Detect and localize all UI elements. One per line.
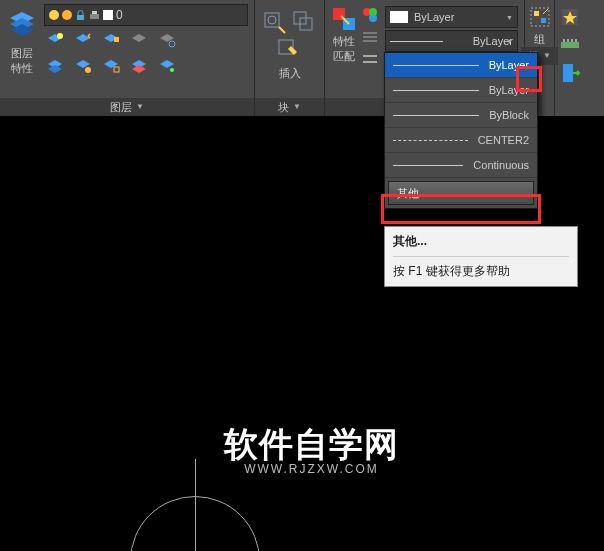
annotation-red-box-arrow: [516, 66, 542, 92]
print-icon: [89, 10, 100, 21]
panel-layer: 图层 特性 0: [0, 0, 255, 116]
combo-icon-1[interactable]: [361, 6, 381, 26]
insert-label: 插入: [279, 66, 301, 81]
layer-iso-button[interactable]: [44, 56, 66, 78]
dropdown-item-center2[interactable]: CENTER2: [385, 128, 537, 153]
svg-rect-19: [114, 67, 119, 72]
layer-more1-button[interactable]: [128, 30, 150, 52]
match-properties-label: 特性 匹配: [333, 34, 355, 64]
insert-block-button[interactable]: [262, 10, 288, 36]
color-swatch-icon: [103, 10, 113, 20]
dropdown-item-continuous[interactable]: Continuous: [385, 153, 537, 178]
tooltip-help: 按 F1 键获得更多帮助: [393, 263, 569, 280]
linetype-preview-icon: [393, 115, 479, 116]
svg-point-13: [169, 41, 175, 47]
watermark: 软件自学网 WWW.RJZXW.COM: [224, 422, 399, 476]
svg-rect-3: [77, 15, 84, 20]
svg-rect-4: [90, 14, 99, 19]
edit-block-button[interactable]: [277, 38, 303, 64]
white-swatch-icon: [390, 11, 408, 23]
watermark-en: WWW.RJZXW.COM: [224, 462, 399, 476]
svg-marker-11: [132, 34, 146, 42]
star-icon-button[interactable]: [559, 6, 583, 30]
combo-icon-2[interactable]: [361, 28, 381, 48]
layer-properties-label: 图层 特性: [6, 46, 38, 76]
color-combo[interactable]: ByLayer: [385, 6, 518, 28]
panel-block-title[interactable]: 块▼: [255, 98, 324, 116]
current-layer-name: 0: [116, 8, 123, 22]
circle-entity: [130, 496, 260, 551]
create-block-button[interactable]: [292, 10, 318, 36]
svg-rect-40: [563, 64, 573, 82]
layer-match-button[interactable]: [128, 56, 150, 78]
panel-block: 插入 块▼: [255, 0, 325, 116]
lock-icon: [75, 10, 86, 21]
svg-point-17: [85, 67, 91, 73]
svg-point-7: [57, 33, 63, 39]
svg-rect-24: [265, 13, 279, 27]
tooltip-title: 其他...: [393, 233, 569, 250]
svg-rect-35: [534, 11, 539, 16]
svg-marker-21: [132, 65, 146, 73]
layer-freeze-button[interactable]: [72, 30, 94, 52]
svg-rect-39: [561, 42, 579, 48]
annotation-red-box-other: [381, 194, 541, 224]
bulb-icon: [49, 10, 59, 20]
svg-rect-36: [541, 18, 546, 23]
layer-thaw-button[interactable]: [72, 56, 94, 78]
layer-more2-button[interactable]: [156, 30, 178, 52]
linetype-preview-icon: [393, 90, 479, 91]
layer-lock-button[interactable]: [100, 30, 122, 52]
group-label: 组: [534, 32, 545, 47]
svg-marker-16: [76, 60, 90, 68]
layer-combo[interactable]: 0: [44, 4, 248, 26]
svg-point-25: [268, 16, 276, 24]
group-button[interactable]: [529, 6, 551, 28]
svg-marker-22: [160, 60, 174, 68]
dropdown-item-byblock[interactable]: ByBlock: [385, 103, 537, 128]
panel-layer-title[interactable]: 图层▼: [0, 98, 254, 116]
layer-unlock-button[interactable]: [100, 56, 122, 78]
dropdown-item-bylayer-2[interactable]: ByLayer: [385, 78, 537, 103]
linetype-preview-icon: [393, 140, 468, 141]
svg-rect-5: [92, 11, 97, 14]
door-icon-button[interactable]: [559, 62, 583, 86]
svg-point-23: [170, 68, 174, 72]
line-preview-icon: [390, 41, 443, 42]
measure-icon-button[interactable]: [559, 34, 583, 58]
linetype-dropdown: ByLayer ByLayer ByBlock CENTER2 Continuo…: [384, 52, 538, 209]
layer-off-button[interactable]: [44, 30, 66, 52]
layer-prev-button[interactable]: [156, 56, 178, 78]
svg-rect-10: [114, 37, 119, 42]
svg-marker-15: [48, 65, 62, 73]
dropdown-item-bylayer-1[interactable]: ByLayer: [385, 53, 537, 78]
tooltip: 其他... 按 F1 键获得更多帮助: [384, 226, 578, 287]
match-properties-button[interactable]: [331, 6, 357, 32]
linetype-preview-icon: [393, 65, 479, 66]
layer-properties-button[interactable]: 图层 特性: [6, 4, 38, 76]
lineweight-combo[interactable]: ByLayer: [385, 30, 518, 52]
sun-icon: [62, 10, 72, 20]
combo-icon-3[interactable]: [361, 50, 381, 70]
right-icons: [555, 0, 587, 116]
svg-point-33: [369, 8, 377, 16]
linetype-preview-icon: [393, 165, 463, 166]
layer-stack-icon: [6, 8, 38, 40]
